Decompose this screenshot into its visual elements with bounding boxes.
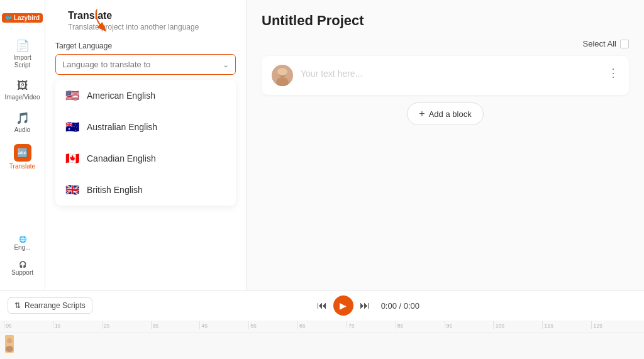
add-block-button[interactable]: + Add a block bbox=[407, 102, 483, 125]
more-options-button[interactable]: ⋮ bbox=[608, 65, 619, 80]
timeline-track: 0s 1s 2s 3s 4s 5s 6s 7s 8s 9s 10s 11s 12… bbox=[0, 321, 644, 359]
rearrange-scripts-button[interactable]: ⇅ Rearrange Scripts bbox=[8, 297, 92, 314]
ruler-tick-10s: 10s bbox=[493, 321, 542, 329]
ruler-tick-7s: 7s bbox=[347, 321, 396, 329]
timeline-clip[interactable] bbox=[5, 335, 14, 353]
skip-forward-button[interactable]: ⏭ bbox=[358, 299, 371, 312]
ruler-tick-9s: 9s bbox=[445, 321, 494, 329]
sidebar-item-audio[interactable]: 🎵 Audio bbox=[4, 108, 42, 138]
logo-text: Lazybird bbox=[14, 14, 40, 21]
target-language-label: Target Language bbox=[55, 41, 236, 50]
timeline-controls: ⇅ Rearrange Scripts ⏮ ▶ ⏭ 0:00 / 0:00 bbox=[0, 290, 644, 321]
page-title: Untitled Project bbox=[262, 13, 629, 29]
support-icon: 🎧 bbox=[19, 261, 26, 268]
timeline-clips bbox=[0, 333, 644, 355]
svg-point-6 bbox=[7, 338, 12, 343]
sidebar-item-label: Import Script bbox=[6, 54, 39, 69]
chevron-down-icon: ⌄ bbox=[223, 60, 229, 69]
text-block: Your text here... ⋮ bbox=[262, 56, 629, 95]
ruler-tick-11s: 11s bbox=[542, 321, 591, 329]
ruler-tick-0s: 0s bbox=[4, 321, 53, 329]
ruler-tick-5s: 5s bbox=[248, 321, 297, 329]
language-option-label: British English bbox=[87, 185, 143, 195]
svg-point-7 bbox=[6, 346, 13, 352]
ruler-tick-6s: 6s bbox=[297, 321, 347, 329]
import-script-icon: 📄 bbox=[16, 39, 30, 53]
language-option-canadian-english[interactable]: 🇨🇦 Canadian English bbox=[55, 143, 236, 174]
logo-bird-icon: 🐦 bbox=[5, 14, 13, 21]
arrow-indicator bbox=[91, 6, 128, 31]
ruler-tick-2s: 2s bbox=[102, 321, 151, 329]
language-globe-icon: 🌐 bbox=[19, 236, 26, 243]
plus-icon: + bbox=[419, 108, 425, 119]
add-block-label: Add a block bbox=[429, 109, 472, 119]
transport-controls: ⏮ ▶ ⏭ 0:00 / 0:00 bbox=[316, 295, 419, 316]
british-flag-icon: 🇬🇧 bbox=[64, 182, 80, 198]
sidebar-item-support[interactable]: 🎧 Support bbox=[4, 257, 42, 280]
australian-flag-icon: 🇦🇺 bbox=[64, 119, 80, 135]
main-content: Untitled Project Select All Your text he… bbox=[247, 0, 644, 290]
sidebar-item-translate[interactable]: 🔤 Translate bbox=[4, 140, 42, 174]
sidebar-item-image-video[interactable]: 🖼 Image/Video bbox=[4, 75, 42, 105]
rearrange-icon: ⇅ bbox=[14, 301, 21, 310]
audio-icon: 🎵 bbox=[16, 111, 30, 125]
timeline-ruler: 0s 1s 2s 3s 4s 5s 6s 7s 8s 9s 10s 11s 12… bbox=[0, 321, 644, 333]
avatar bbox=[272, 65, 293, 86]
sidebar-item-label: Audio bbox=[14, 126, 31, 134]
language-option-american-english[interactable]: 🇺🇸 American English bbox=[55, 80, 236, 111]
translate-panel: Translate Translate project into another… bbox=[45, 0, 247, 290]
ruler-tick-4s: 4s bbox=[199, 321, 248, 329]
play-button[interactable]: ▶ bbox=[333, 295, 353, 316]
svg-point-4 bbox=[277, 68, 287, 75]
skip-back-button[interactable]: ⏮ bbox=[316, 299, 328, 312]
select-all-row: Select All bbox=[262, 39, 629, 48]
ruler-tick-1s: 1s bbox=[53, 321, 102, 329]
ruler-tick-12s: 12s bbox=[591, 321, 640, 329]
avatar-image bbox=[272, 65, 293, 86]
language-dropdown: 🇺🇸 American English 🇦🇺 Australian Englis… bbox=[55, 80, 236, 206]
logo-badge: 🐦 Lazybird bbox=[2, 13, 43, 23]
ruler-tick-8s: 8s bbox=[396, 321, 445, 329]
select-all-label: Select All bbox=[583, 39, 616, 48]
language-search-input[interactable] bbox=[62, 60, 229, 69]
text-block-placeholder: Your text here... bbox=[301, 65, 600, 79]
sidebar: 🐦 Lazybird 📄 Import Script 🖼 Image/Video… bbox=[0, 0, 45, 290]
language-option-british-english[interactable]: 🇬🇧 British English bbox=[55, 174, 236, 206]
app-logo: 🐦 Lazybird bbox=[0, 5, 45, 30]
ruler-tick-3s: 3s bbox=[151, 321, 200, 329]
sidebar-item-label: Image/Video bbox=[5, 94, 40, 101]
clip-avatar bbox=[5, 335, 14, 353]
sidebar-item-import-script[interactable]: 📄 Import Script bbox=[4, 35, 42, 73]
language-option-label: Australian English bbox=[87, 122, 157, 132]
time-display: 0:00 / 0:00 bbox=[381, 301, 419, 311]
rearrange-label: Rearrange Scripts bbox=[25, 301, 86, 310]
language-option-label: Canadian English bbox=[87, 153, 156, 163]
language-option-label: American English bbox=[87, 91, 155, 101]
language-search-box[interactable]: ⌄ bbox=[55, 54, 236, 75]
american-flag-icon: 🇺🇸 bbox=[64, 87, 80, 104]
sidebar-bottom: 🌐 Eng... 🎧 Support bbox=[4, 232, 42, 285]
timeline-area: ⇅ Rearrange Scripts ⏮ ▶ ⏭ 0:00 / 0:00 0s… bbox=[0, 290, 644, 359]
language-option-australian-english[interactable]: 🇦🇺 Australian English bbox=[55, 111, 236, 143]
image-video-icon: 🖼 bbox=[17, 79, 28, 92]
sidebar-item-language[interactable]: 🌐 Eng... bbox=[4, 232, 42, 255]
canadian-flag-icon: 🇨🇦 bbox=[64, 150, 80, 167]
translate-icon: 🔤 bbox=[14, 144, 31, 162]
sidebar-item-label: Translate bbox=[9, 163, 35, 170]
select-all-checkbox[interactable] bbox=[620, 40, 629, 48]
